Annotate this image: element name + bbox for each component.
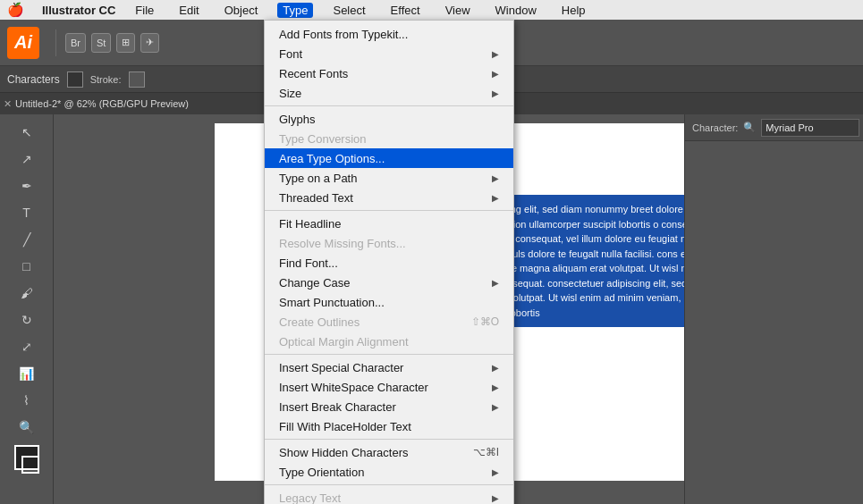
color-stroke[interactable]	[21, 456, 39, 474]
menu-item-fit-headline[interactable]: Fit Headline	[265, 214, 513, 233]
menu-item-resolve-missing-fonts---: Resolve Missing Fonts...	[265, 233, 513, 253]
menu-item-size[interactable]: Size▶	[265, 83, 513, 103]
menu-item-change-case[interactable]: Change Case▶	[265, 273, 513, 292]
toolbar-btn-send[interactable]: ✈	[140, 33, 159, 53]
menu-item-type-conversion: Type Conversion	[265, 129, 513, 148]
toolbar-btn-st[interactable]: St	[91, 33, 111, 53]
menu-item-insert-special-character[interactable]: Insert Special Character▶	[265, 357, 513, 377]
menu-item-create-outlines: Create Outlines⇧⌘O	[265, 312, 513, 332]
right-panel-top: Character: 🔍	[685, 114, 863, 141]
right-panel: Character: 🔍	[684, 114, 863, 504]
menu-item-label: Smart Punctuation...	[279, 296, 385, 309]
menu-item-label: Fill With PlaceHolder Text	[279, 420, 411, 433]
menu-item-area-type-options---[interactable]: Area Type Options...	[265, 148, 513, 168]
menu-item-glyphs[interactable]: Glyphs	[265, 109, 513, 129]
tool-rect[interactable]: □	[14, 254, 39, 279]
app-name: Illustrator CC	[42, 4, 115, 17]
menu-effect[interactable]: Effect	[385, 3, 426, 18]
menu-object[interactable]: Object	[219, 3, 264, 18]
apple-menu[interactable]: 🍎	[7, 2, 24, 18]
menu-item-label: Type Conversion	[279, 132, 367, 146]
tools-panel: ↖ ↗ ✒ T ╱ □ 🖌 ↻ ⤢ 📊 ⌇ 🔍	[0, 114, 54, 504]
menu-type[interactable]: Type	[277, 3, 313, 18]
menu-separator	[265, 354, 513, 355]
menu-item-label: Recent Fonts	[279, 67, 348, 80]
tool-brush[interactable]: 🖌	[14, 281, 39, 306]
menu-window[interactable]: Window	[490, 3, 542, 18]
character-label: Character:	[692, 122, 738, 133]
menu-item-shortcut: ⌥⌘I	[473, 446, 499, 458]
menu-item-label: Change Case	[279, 276, 351, 290]
tab-close-icon[interactable]: ✕	[4, 98, 12, 110]
tab-title: Untitled-2* @ 62% (RGB/GPU Preview)	[15, 98, 189, 109]
menu-item-arrow-icon: ▶	[492, 173, 499, 183]
type-dropdown-menu: Add Fonts from Typekit...Font▶Recent Fon…	[264, 20, 514, 504]
menu-item-label: Threaded Text	[279, 191, 353, 205]
menu-item-type-on-a-path[interactable]: Type on a Path▶	[265, 168, 513, 188]
tool-eyedropper[interactable]: ⌇	[14, 388, 39, 413]
menu-item-add-fonts-from-typekit---[interactable]: Add Fonts from Typekit...	[265, 24, 513, 44]
menu-item-label: Add Fonts from Typekit...	[279, 28, 408, 41]
menu-item-label: Font	[279, 47, 302, 61]
menu-item-label: Insert Special Character	[279, 361, 403, 374]
menu-item-threaded-text[interactable]: Threaded Text▶	[265, 188, 513, 207]
menu-item-arrow-icon: ▶	[492, 467, 499, 477]
menu-separator	[265, 484, 513, 485]
menu-item-arrow-icon: ▶	[492, 49, 499, 59]
menu-item-fill-with-placeholder-text[interactable]: Fill With PlaceHolder Text	[265, 416, 513, 436]
menu-item-smart-punctuation---[interactable]: Smart Punctuation...	[265, 292, 513, 312]
toolbar-btn-br[interactable]: Br	[65, 33, 86, 53]
menu-item-recent-fonts[interactable]: Recent Fonts▶	[265, 63, 513, 83]
menu-item-arrow-icon: ▶	[492, 69, 499, 79]
toolbar-btn-img[interactable]: ⊞	[116, 33, 135, 53]
char-stroke-label: Stroke:	[90, 74, 122, 85]
menu-item-label: Size	[279, 87, 301, 100]
menu-help[interactable]: Help	[556, 3, 591, 18]
menu-item-insert-whitespace-character[interactable]: Insert WhiteSpace Character▶	[265, 377, 513, 397]
menu-item-label: Resolve Missing Fonts...	[279, 237, 406, 250]
tool-rotate[interactable]: ↻	[14, 307, 39, 332]
toolbar-separator-1	[55, 29, 56, 56]
menu-item-arrow-icon: ▶	[492, 363, 499, 373]
font-name-field[interactable]	[761, 119, 859, 137]
menu-item-shortcut: ⇧⌘O	[471, 315, 499, 328]
menu-item-label: Find Font...	[279, 256, 338, 270]
tool-select[interactable]: ↖	[14, 120, 39, 145]
menu-bar: 🍎 Illustrator CC File Edit Object Type S…	[0, 0, 863, 20]
tool-scale[interactable]: ⤢	[14, 334, 39, 359]
menu-view[interactable]: View	[440, 3, 476, 18]
tool-graph[interactable]: 📊	[14, 361, 39, 386]
menu-item-label: Fit Headline	[279, 217, 341, 231]
menu-item-arrow-icon: ▶	[492, 88, 499, 98]
menu-item-font[interactable]: Font▶	[265, 44, 513, 63]
menu-item-find-font---[interactable]: Find Font...	[265, 253, 513, 273]
menu-item-arrow-icon: ▶	[492, 382, 499, 392]
menu-edit[interactable]: Edit	[173, 3, 204, 18]
menu-file[interactable]: File	[130, 3, 159, 18]
menu-item-type-orientation[interactable]: Type Orientation▶	[265, 462, 513, 482]
menu-separator	[265, 210, 513, 211]
tool-pen[interactable]: ✒	[14, 173, 39, 198]
menu-item-label: Insert Break Character	[279, 400, 396, 414]
menu-item-label: Type on a Path	[279, 172, 357, 185]
tool-line[interactable]: ╱	[14, 227, 39, 252]
menu-select[interactable]: Select	[327, 3, 370, 18]
menu-item-label: Legacy Text	[279, 491, 341, 505]
menu-item-arrow-icon: ▶	[492, 493, 499, 503]
tool-direct-select[interactable]: ↗	[14, 147, 39, 172]
tool-type[interactable]: T	[14, 200, 39, 225]
stroke-color-box[interactable]	[129, 71, 145, 88]
menu-separator	[265, 105, 513, 106]
menu-item-label: Area Type Options...	[279, 152, 385, 165]
menu-item-show-hidden-characters[interactable]: Show Hidden Characters⌥⌘I	[265, 442, 513, 462]
menu-item-insert-break-character[interactable]: Insert Break Character▶	[265, 397, 513, 416]
menu-item-label: Create Outlines	[279, 315, 360, 329]
menu-item-label: Glyphs	[279, 113, 315, 126]
menu-separator	[265, 439, 513, 440]
menu-item-label: Optical Margin Alignment	[279, 335, 409, 349]
tool-zoom[interactable]: 🔍	[14, 415, 39, 440]
char-color-box[interactable]	[67, 71, 83, 88]
characters-label: Characters	[7, 73, 60, 86]
menu-item-arrow-icon: ▶	[492, 278, 499, 288]
menu-item-legacy-text: Legacy Text▶	[265, 488, 513, 504]
